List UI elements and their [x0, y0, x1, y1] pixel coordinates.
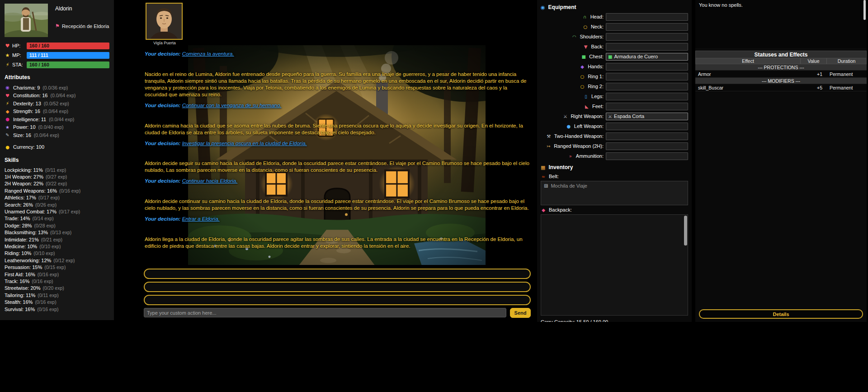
story-log[interactable]: Your decision: Comienza la aventura. Nac…: [141, 45, 533, 265]
story-content: Your decision: Comienza la aventura. Nac…: [141, 45, 533, 265]
stat-bar: 160 / 160: [27, 61, 109, 68]
stat-bars: ♥ HP: 160 / 160 ★ MP: 111 / 111 ⚡ STA:: [5, 42, 109, 68]
skill-exp: (0/10 exp): [33, 250, 55, 256]
status-panel: You know no spells. Statuses and Effects…: [695, 0, 867, 322]
equipment-slot-field[interactable]: [606, 63, 688, 71]
skill-label: Track: 16%: [5, 279, 29, 284]
equipment-slot-row: ● Left Weapon:: [541, 121, 688, 131]
item-icon: ⚔: [608, 114, 612, 119]
equipment-slot-field[interactable]: [606, 93, 688, 100]
skill-exp: (0/16 exp): [37, 307, 58, 312]
skill-label: Tailoring: 11%: [5, 293, 35, 298]
skill-exp: (0/21 exp): [41, 237, 62, 242]
decision-prefix: Your decision:: [145, 141, 182, 146]
item-icon: ■: [608, 54, 612, 59]
inventory-title: Inventory: [548, 164, 573, 170]
status-effect: Armor: [695, 71, 801, 77]
send-button[interactable]: Send: [510, 308, 531, 318]
attribute-exp: (0.0/64 exp): [34, 132, 59, 138]
attribute-row: ★ Power: 10 (0.0/40 exp): [5, 123, 109, 132]
skill-exp: (0/28 exp): [34, 223, 56, 228]
game-window: Aldorin ⚑ Recepción de Eldoria ♥ HP: 160…: [0, 0, 868, 322]
equipment-slot-icon: ◠: [571, 34, 577, 39]
equipment-slot-label: Right Weapon:: [571, 113, 604, 119]
decision-prefix: Your decision:: [145, 178, 182, 184]
equipment-slot-field[interactable]: ⚔ Espada Corta: [606, 113, 688, 120]
equipment-slot-row: ○ Ring 1:: [541, 71, 688, 81]
currency-label: Currency: 100: [13, 144, 44, 150]
status-value: +1: [801, 71, 827, 77]
backpack-scrollbar[interactable]: [684, 216, 687, 246]
equipment-slot-field[interactable]: [606, 152, 688, 160]
skill-exp: (0/15 exp): [44, 264, 66, 270]
equipment-slot-icon: ◣: [584, 104, 590, 109]
skill-label: Persuasion: 15%: [5, 264, 42, 270]
equipment-slot-icon: ■: [580, 54, 587, 59]
equipment-slots: ∩ Head: ○ Neck: ◠ Shoulders:: [541, 12, 688, 161]
equipment-slot-field[interactable]: [606, 123, 688, 130]
details-button[interactable]: Details: [699, 309, 863, 319]
action-choice-button[interactable]: [144, 295, 531, 305]
equipment-slot-field[interactable]: [606, 33, 688, 41]
character-location-row: ⚑ Recepción de Eldoria: [55, 23, 109, 29]
story-entry-text: Aldorin camina hacia la ciudad que se as…: [145, 123, 523, 135]
backpack-container[interactable]: [541, 214, 688, 316]
equipment-slot-row: ○ Neck:: [541, 22, 688, 32]
skill-row: First Aid: 16% (0/16 exp): [5, 271, 109, 278]
npc-name: Vigía Puerta: [146, 41, 184, 45]
decision-prefix: Your decision:: [145, 51, 182, 57]
story-entry: Your decision: Continuar hacia Eldoria.: [145, 178, 530, 184]
equipment-slot-field[interactable]: [606, 103, 688, 110]
statuses-table: Statuses and Effects Effect Value Durati…: [695, 51, 867, 91]
equipment-slot-icon: ∩: [582, 14, 588, 19]
story-entry: Aldorin camina hacia la ciudad que se as…: [145, 123, 530, 136]
skill-label: Riding: 10%: [5, 250, 31, 256]
story-entry-text: Nacido en el reino de Lumina, Aldorin fu…: [145, 71, 526, 97]
skill-label: Dodge: 28%: [5, 223, 32, 228]
story-entry-text: Investigar la presencia oscura en la ciu…: [182, 141, 307, 146]
equipment-slot-field[interactable]: [606, 43, 688, 51]
equipment-slot-field[interactable]: [606, 132, 688, 140]
attribute-icon: ◉: [5, 85, 10, 90]
inventory-header: ▦ Inventory: [541, 163, 688, 172]
equipment-slot-field[interactable]: [606, 142, 688, 150]
equipment-slot-row: ◆ Hands:: [541, 61, 688, 71]
character-name: Aldorin: [55, 5, 109, 12]
equipment-slot-label: Shoulders:: [580, 34, 604, 39]
equipment-slot-field[interactable]: ■ Armadura de Cuero: [606, 53, 688, 61]
custom-action-input[interactable]: [144, 308, 506, 317]
belt-item-icon: ▨: [544, 183, 548, 188]
equipment-slot-field[interactable]: [606, 73, 688, 80]
spells-area[interactable]: You know no spells.: [695, 0, 867, 48]
belt-container[interactable]: ▨ Mochila de Viaje: [541, 181, 688, 205]
attribute-label: Strength: 16: [13, 109, 40, 114]
skill-label: Medicine: 10%: [5, 244, 37, 249]
location-pin-icon: ⚑: [55, 23, 60, 29]
attribute-label: Power: 10: [13, 124, 36, 130]
equipment-slot-label: Back:: [591, 44, 604, 49]
equipment-slot-field[interactable]: [606, 13, 688, 21]
attributes-list: ◉ Charisma: 9 (0.0/36 exp) ♥ Constitutio…: [5, 84, 109, 139]
story-entry-text: Aldorin decide continuar su camino hacia…: [145, 198, 529, 211]
attribute-row: ◉ Charisma: 9 (0.0/36 exp): [5, 84, 109, 92]
skill-row: Leatherworking: 12% (0/12 exp): [5, 257, 109, 264]
attribute-icon: ⚡: [5, 101, 10, 106]
equipment-slot-field[interactable]: [606, 23, 688, 31]
inventory-box-icon: ▦: [541, 165, 545, 170]
action-choice-button[interactable]: [144, 269, 531, 279]
equipment-slot-label: Ring 1:: [588, 74, 604, 79]
carry-capacity-row: Carry Capacity: 15.50 / 160.00 kg: [541, 319, 688, 322]
skill-label: Survival: 16%: [5, 307, 35, 312]
skill-row: Trade: 14% (0/14 exp): [5, 215, 109, 222]
belt-icon: ≈: [541, 174, 546, 179]
stat-label: HP:: [12, 43, 25, 48]
character-meta: Aldorin ⚑ Recepción de Eldoria: [55, 4, 109, 37]
equipment-slot-field[interactable]: [606, 83, 688, 90]
equipment-slot-icon: ▼: [582, 44, 589, 49]
spells-scrollbar[interactable]: [863, 0, 866, 20]
attribute-row: ♥ Constitution: 16 (0.0/64 exp): [5, 92, 109, 100]
equipment-slot-icon: ●: [566, 124, 572, 129]
action-choice-button[interactable]: [144, 282, 531, 292]
status-value: +5: [801, 85, 827, 90]
skill-row: Blacksmithing: 13% (0/13 exp): [5, 229, 109, 236]
